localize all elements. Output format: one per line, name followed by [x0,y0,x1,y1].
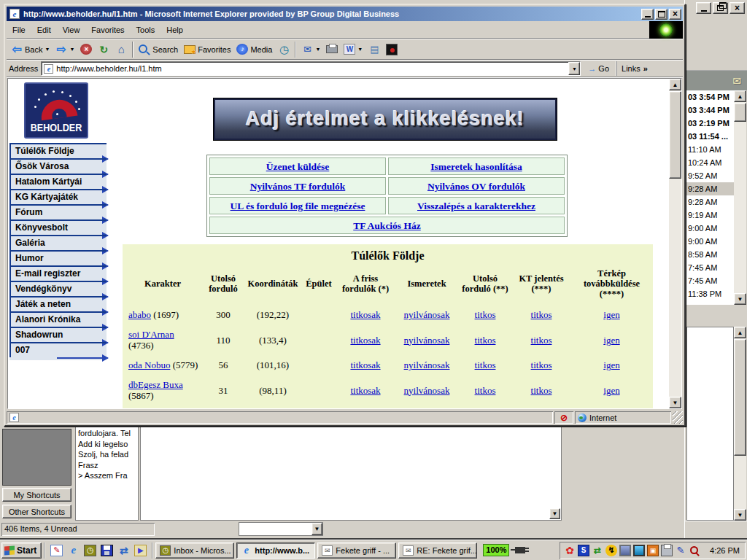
map-forward-link[interactable]: igen [603,335,619,346]
my-shortcuts-button[interactable]: My Shortcuts [2,488,71,502]
character-link[interactable]: ababo [128,309,151,320]
refresh-button[interactable]: ↻ [95,41,112,58]
message-time[interactable]: 03 2:19 PM [686,117,734,130]
start-button[interactable]: Start [1,542,42,559]
fresh-rounds-link[interactable]: titkosak [350,359,380,370]
message-time[interactable]: 03 3:54 PM [686,90,734,104]
back-button[interactable]: ⇦ Back ▼ [8,41,53,58]
tray-magnifier-icon[interactable] [689,545,700,556]
nav-link[interactable]: Fórum [9,204,107,219]
quick-link[interactable]: TF Aukciós Ház [353,220,421,231]
message-time[interactable]: 8:58 AM [686,248,734,261]
map-forward-link[interactable]: igen [603,385,619,396]
message-time[interactable]: 11:10 AM [686,143,734,156]
chevron-down-icon[interactable]: ▼ [315,47,320,52]
other-shortcuts-button[interactable]: Other Shortcuts [2,505,71,518]
knowledge-link[interactable]: nyilvánosak [404,359,450,370]
taskbar-browser-button[interactable]: e http://www.b... [236,542,315,559]
go-button[interactable]: → Go [584,63,614,74]
titlebar[interactable]: e http://www.beholder.hu/l1.htm - Micros… [7,7,683,21]
nav-link[interactable]: Hatalom Kártyái [9,174,107,189]
message-time[interactable]: 9:28 AM [686,182,734,195]
character-link[interactable]: dbEgesz Buxa [128,379,183,390]
scrollbar-thumb[interactable] [669,91,681,179]
message-list-scrollbar[interactable]: ▲ ▼ [734,90,746,305]
tray-pc-network-icon[interactable] [619,545,631,556]
message-time[interactable]: 11:38 PM [686,287,734,300]
close-button[interactable]: × [669,9,681,20]
tray-pen-icon[interactable]: ✎ [675,545,686,556]
tray-runner-icon[interactable]: ↯ [605,545,617,556]
message-time[interactable]: 9:00 AM [686,235,734,248]
scroll-down-icon[interactable]: ▼ [734,293,746,305]
status-input-bar[interactable]: ▼ [239,522,323,536]
quicklaunch-floppy-icon[interactable] [101,545,113,556]
nav-link[interactable]: Alanori Krónika [9,311,107,327]
resize-grip[interactable] [673,411,683,424]
nav-link[interactable]: E-mail regiszter [9,265,107,281]
scroll-down-icon[interactable]: ▼ [734,509,746,521]
bp-tool-button[interactable] [383,41,400,58]
map-forward-link[interactable]: igen [603,359,619,370]
quicklaunch-outlook-express-icon[interactable]: ✎ [50,545,63,556]
nav-link[interactable]: Galéria [9,235,107,250]
menu-item[interactable]: View [57,23,86,36]
search-button[interactable]: Search [136,41,181,58]
scroll-up-icon[interactable]: ▲ [669,79,681,90]
last-round-privacy-link[interactable]: titkos [475,359,496,370]
links-toolbar[interactable]: Links » [616,61,652,76]
quicklaunch-outlook-icon[interactable]: ◷ [84,545,96,556]
menu-item[interactable]: File [7,23,31,36]
scroll-up-icon[interactable]: ▲ [734,327,746,338]
home-button[interactable]: ⌂ [112,41,130,58]
taskbar-mail-button[interactable]: ✉ Fekete griff - ... [317,542,396,559]
character-link[interactable]: soi D'Arnan [128,329,174,340]
quick-link[interactable]: UL és forduló log file megnézése [231,201,365,211]
tray-red-flower-icon[interactable]: ✿ [564,545,576,556]
fresh-rounds-link[interactable]: titkosak [350,335,380,346]
menu-item[interactable]: Tools [131,23,161,36]
last-round-privacy-link[interactable]: titkos [475,385,496,396]
last-round-privacy-link[interactable]: titkos [475,309,496,320]
tray-blue-s-icon[interactable]: S [578,545,589,556]
message-time[interactable]: 9:19 AM [686,209,734,222]
close-button[interactable]: × [729,2,745,14]
tray-green-arrows-icon[interactable]: ⇄ [592,545,603,556]
reading-pane-scrollbar[interactable]: ▲ ▼ [734,327,746,521]
message-time[interactable]: 03 11:54 ... [686,130,734,143]
restore-button[interactable] [713,2,728,14]
kt-report-link[interactable]: titkos [531,309,552,320]
taskbar-inbox-button[interactable]: ◷ Inbox - Micros... [155,542,234,559]
edit-button[interactable]: W ▼ [341,41,365,58]
chevron-down-icon[interactable]: ▼ [44,47,50,52]
quick-link[interactable]: Ismeretek hasonlítása [430,161,522,172]
menu-item[interactable]: Help [160,23,189,36]
chevron-down-icon[interactable]: ▼ [357,47,363,52]
nav-link[interactable]: KG Kártyajáték [9,189,107,204]
address-input[interactable]: e http://www.beholder.hu/l1.htm ▼ [41,61,581,76]
quick-link[interactable]: Nyilvános TF fordulók [250,181,346,192]
quicklaunch-ie-icon[interactable]: e [67,545,80,556]
last-round-privacy-link[interactable]: titkos [475,335,496,346]
scrollbar-thumb[interactable] [734,103,746,122]
address-dropdown-icon[interactable]: ▼ [568,62,580,75]
message-time[interactable]: 7:45 AM [686,261,734,274]
kt-report-link[interactable]: titkos [531,385,552,396]
scroll-up-icon[interactable]: ▲ [734,90,746,102]
scroll-down-icon[interactable]: ▼ [669,397,681,408]
character-link[interactable]: oda Nobuo [128,359,170,370]
nav-link[interactable]: Vendégkönyv [9,281,107,296]
toolbar-separator[interactable] [295,42,296,58]
nav-link[interactable]: Játék a neten [9,296,107,311]
fresh-rounds-link[interactable]: titkosak [350,309,380,320]
taskbar-mail-reply-button[interactable]: ✉ RE: Fekete grif... [398,542,477,559]
scroll-down-icon[interactable]: ▼ [311,523,322,535]
history-button[interactable]: ◷ [275,41,293,58]
maximize-button[interactable] [655,9,667,20]
toolbar-separator[interactable] [132,42,133,58]
print-button[interactable] [323,41,341,58]
nav-link[interactable]: 007 [9,342,107,357]
menu-item[interactable]: Edit [31,23,57,36]
media-button[interactable]: ♪ Media [233,41,275,58]
quick-link[interactable]: Üzenet küldése [266,161,330,172]
